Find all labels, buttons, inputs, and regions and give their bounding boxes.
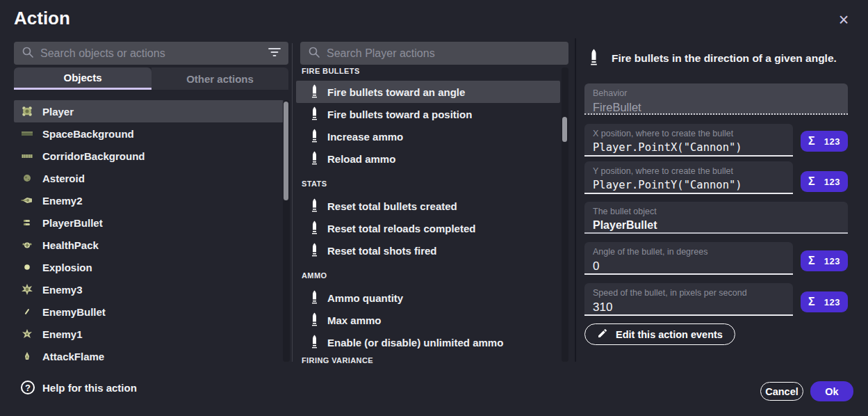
close-icon[interactable]: × [834,10,853,29]
action-label: Ammo quantity [327,292,403,304]
field-value[interactable]: 0 [593,259,785,273]
tab-objects[interactable]: Objects [14,67,152,90]
field-value[interactable]: Player.PointY("Cannon") [593,179,785,191]
action-row-increase-ammo[interactable]: Increase ammo [296,125,560,147]
filter-icon[interactable] [268,47,281,60]
behavior-field: Behavior FireBullet [584,83,848,115]
expression-builder-button[interactable]: Σ 123 [801,171,848,192]
left-scrollbar-thumb[interactable] [284,102,288,200]
middle-scrollbar-track[interactable] [562,67,568,362]
field-value: FireBullet [593,101,840,114]
action-row-unlimited-ammo[interactable]: Enable (or disable) unlimited ammo [296,331,560,353]
object-row-enemy1[interactable]: Enemy1 [14,323,284,345]
field-value[interactable]: 310 [593,301,785,314]
object-label: HealthPack [42,239,99,251]
action-label: Fire bullets toward a position [327,109,472,120]
object-row-explosion[interactable]: Explosion [14,256,284,278]
sigma-icon: Σ [808,135,815,147]
object-label: Enemy3 [42,284,83,296]
action-row-fire-position[interactable]: Fire bullets toward a position [296,103,560,125]
tab-other-actions[interactable]: Other actions [152,67,288,90]
action-label: Increase ammo [327,131,403,143]
field-label: Behavior [593,88,840,98]
field-value[interactable]: Player.PointX("Cannon") [593,141,785,154]
bullet-icon [311,335,318,351]
action-row-fire-angle[interactable]: Fire bullets toward an angle [296,81,560,103]
panel-divider [575,38,576,362]
pencil-icon [597,328,608,341]
numeric-icon: 123 [824,256,840,266]
bullet-icon [311,221,318,237]
action-label: Fire bullets toward an angle [327,86,465,98]
angle-field[interactable]: Angle of the bullet, in degrees 0 [584,242,793,275]
spacebackground-sprite-icon [21,127,33,140]
action-label: Enable (or disable) unlimited ammo [327,337,503,349]
enemy2-sprite-icon [21,194,33,207]
speed-field[interactable]: Speed of the bullet, in pixels per secon… [584,283,793,316]
bullet-icon [311,106,318,122]
action-label: Reset total reloads completed [327,223,475,234]
field-value[interactable]: PlayerBullet [593,219,840,232]
object-list: Player SpaceBackground CorridorBackgroun… [14,100,284,367]
numeric-icon: 123 [824,297,840,307]
action-row-ammo-quantity[interactable]: Ammo quantity [296,287,560,309]
field-label: X position, where to create the bullet [593,129,785,138]
action-label: Reset total bullets created [327,200,457,212]
x-position-field[interactable]: X position, where to create the bullet P… [584,124,793,157]
action-row-reload-ammo[interactable]: Reload ammo [296,147,560,170]
bullet-icon [311,151,318,167]
search-icon [22,46,34,61]
objects-search-input[interactable] [40,47,262,60]
bullet-icon [590,48,598,69]
sigma-icon: Σ [808,175,815,188]
objects-search-bar[interactable] [14,42,288,65]
object-row-enemy2[interactable]: Enemy2 [14,189,284,211]
object-row-attackflame[interactable]: AttackFlame [14,345,284,367]
ok-button[interactable]: Ok [810,381,853,401]
numeric-icon: 123 [824,136,840,147]
object-label: Enemy1 [42,328,83,340]
group-header-firing-variance: FIRING VARIANCE [296,353,560,364]
object-row-asteroid[interactable]: Asteroid [14,167,284,189]
object-label: AttackFlame [42,351,104,362]
object-row-corridorbackground[interactable]: CorridorBackground [14,145,284,167]
expression-builder-button[interactable]: Σ 123 [801,291,848,312]
explosion-sprite-icon [21,261,33,273]
asteroid-sprite-icon [21,172,33,184]
action-row-reset-reloads-completed[interactable]: Reset total reloads completed [296,217,560,239]
y-position-field[interactable]: Y position, where to create the bullet P… [584,161,793,194]
object-row-enemy3[interactable]: Enemy3 [14,278,284,301]
action-row-max-ammo[interactable]: Max ammo [296,309,560,331]
group-header-stats: STATS [296,170,560,195]
action-row-reset-bullets-created[interactable]: Reset total bullets created [296,195,560,217]
object-row-player[interactable]: Player [14,100,284,122]
actions-search-input[interactable] [327,47,561,60]
actions-search-bar[interactable] [300,42,568,65]
action-description: Fire bullets in the direction of a given… [590,48,849,69]
help-link[interactable]: ? Help for this action [21,381,137,394]
edit-action-events-button[interactable]: Edit this action events [584,323,735,345]
object-row-healthpack[interactable]: HealthPack [14,234,284,256]
expression-builder-button[interactable]: Σ 123 [801,250,848,271]
attackflame-sprite-icon [21,350,33,362]
panel-divider [292,43,293,362]
object-label: Asteroid [42,173,85,184]
object-row-enemybullet[interactable]: EnemyBullet [14,301,284,323]
object-row-playerbullet[interactable]: PlayerBullet [14,211,284,234]
bullet-object-field[interactable]: The bullet object PlayerBullet [584,202,848,234]
middle-scrollbar-thumb[interactable] [562,117,567,142]
cancel-button[interactable]: Cancel [760,382,803,401]
object-row-spacebackground[interactable]: SpaceBackground [14,122,284,145]
bullet-icon [311,129,318,145]
field-label: Angle of the bullet, in degrees [593,247,785,257]
bullet-icon [311,290,318,306]
action-row-reset-shots-fired[interactable]: Reset total shots fired [296,239,560,262]
healthpack-sprite-icon [21,239,33,251]
bullet-icon [311,312,318,328]
group-header-ammo: AMMO [296,262,560,287]
help-icon: ? [21,381,35,394]
search-icon [308,46,320,61]
player-sprite-icon [21,105,33,118]
field-label: The bullet object [593,207,840,216]
expression-builder-button[interactable]: Σ 123 [801,131,848,152]
